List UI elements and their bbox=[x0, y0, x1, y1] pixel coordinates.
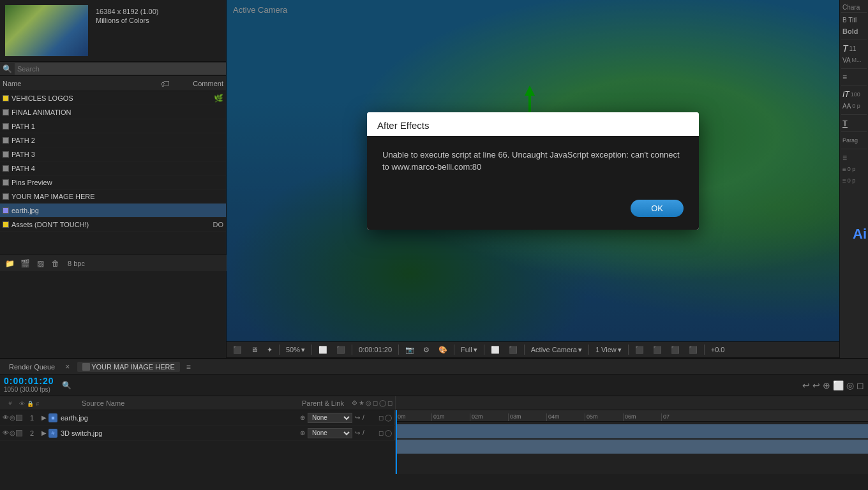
vt-icon-export2[interactable]: ⬛ bbox=[650, 346, 664, 354]
vt-icon-screen[interactable]: 🖥 bbox=[248, 346, 260, 353]
list-item[interactable]: PATH 4 bbox=[0, 161, 226, 175]
item-label: PATH 2 bbox=[11, 137, 223, 144]
zoom-control[interactable]: 50% ▾ bbox=[283, 346, 308, 354]
lock-box-2[interactable] bbox=[16, 430, 22, 436]
vt-icon-box4[interactable]: ⬛ bbox=[506, 346, 520, 354]
quality-control[interactable]: Full ▾ bbox=[458, 346, 480, 354]
zoom-value: 50% bbox=[286, 346, 300, 353]
tag-icon: 🏷 bbox=[161, 78, 170, 89]
vt-icon-box3[interactable]: ⬜ bbox=[488, 346, 502, 354]
char-para-label: Parag bbox=[842, 137, 858, 144]
dialog-actions: OK bbox=[367, 200, 699, 230]
tl-search-icon[interactable]: 🔍 bbox=[62, 381, 71, 390]
table-row[interactable]: 👁 ◎ 2 ▶ # 3D switch.jpg ⊕ bbox=[0, 426, 395, 441]
new-folder-icon[interactable]: 📁 bbox=[4, 258, 15, 269]
layer-expand-1[interactable]: ▶ bbox=[41, 414, 47, 421]
timecode-display[interactable]: 0:00:01:20 bbox=[356, 346, 394, 353]
char-b-title-label: B Titl bbox=[842, 17, 857, 24]
tl-icon-solo[interactable]: ↩ bbox=[802, 380, 810, 390]
ruler-0m: 0m bbox=[396, 413, 431, 421]
fx-icon-1: ⚙ bbox=[352, 399, 357, 406]
search-icon: 🔍 bbox=[0, 64, 15, 73]
eye-icon-1[interactable]: 👁 bbox=[3, 414, 9, 421]
char-row-para: Parag bbox=[841, 135, 867, 146]
views-control[interactable]: 1 View ▾ bbox=[593, 346, 624, 354]
bpc-label: 8 bpc bbox=[68, 260, 85, 267]
footage-preview bbox=[5, 5, 88, 56]
list-item[interactable]: Pins Preview bbox=[0, 175, 226, 189]
close-comp-tab[interactable]: × bbox=[65, 362, 70, 371]
col-comment-label: Comment bbox=[172, 80, 223, 87]
solo-icon-1[interactable]: ◎ bbox=[10, 414, 15, 421]
preview-image bbox=[5, 5, 88, 56]
layer-fx-2: ◻ ◯ bbox=[378, 429, 392, 436]
switches-header: # 👁 🔒 # bbox=[3, 399, 79, 407]
char-align2-icon: ≡ bbox=[842, 153, 847, 162]
tab-comp[interactable]: YOUR MAP IMAGE HERE bbox=[77, 362, 180, 372]
item-label: earth.jpg bbox=[11, 207, 223, 214]
list-item[interactable]: PATH 1 bbox=[0, 119, 226, 133]
layer-expand-2[interactable]: ▶ bbox=[41, 429, 47, 436]
list-item[interactable]: YOUR MAP IMAGE HERE bbox=[0, 189, 226, 204]
tl-icon-addmarker[interactable]: ⊕ bbox=[823, 380, 830, 390]
vt-sep-7 bbox=[524, 345, 525, 355]
vt-icon-export3[interactable]: ⬛ bbox=[668, 346, 682, 354]
item-color bbox=[3, 193, 9, 200]
item-color bbox=[3, 207, 9, 214]
vt-icon-export4[interactable]: ⬛ bbox=[686, 346, 700, 354]
search-bar: 🔍 bbox=[0, 62, 226, 76]
new-comp-icon[interactable]: 🎬 bbox=[19, 258, 31, 269]
tl-icon-shy[interactable]: ↩ bbox=[812, 380, 820, 390]
vt-icon-export1[interactable]: ⬛ bbox=[632, 346, 647, 354]
char-row-aa: AA 0 p bbox=[841, 100, 867, 112]
list-item[interactable]: PATH 3 bbox=[0, 147, 226, 161]
list-item[interactable]: VEHICLES LOGOS 🌿 bbox=[0, 91, 226, 105]
timeline-playhead bbox=[396, 410, 397, 474]
layer-left-2: 👁 ◎ 2 ▶ # 3D switch.jpg ⊕ bbox=[0, 426, 395, 440]
layer-name-1[interactable]: earth.jpg bbox=[61, 414, 298, 422]
project-toolbar: 📁 🎬 ▨ 🗑 8 bpc bbox=[0, 255, 227, 271]
vt-icon-star[interactable]: ✦ bbox=[264, 346, 275, 354]
char-it-val: 100 bbox=[851, 91, 860, 98]
vt-icon-box1[interactable]: ⬜ bbox=[316, 346, 330, 354]
views-dropdown-icon: ▾ bbox=[618, 346, 622, 354]
list-item[interactable]: Assets (DON'T TOUCH!) DO bbox=[0, 218, 226, 232]
solo-icon-2[interactable]: ◎ bbox=[10, 429, 15, 436]
fx-1-1: ◻ bbox=[378, 414, 384, 421]
tl-icon-circle[interactable]: ◎ bbox=[846, 380, 854, 390]
parent-select-2[interactable]: None bbox=[308, 428, 352, 438]
new-solid-icon[interactable]: ▨ bbox=[34, 258, 46, 269]
camera-control[interactable]: Active Camera ▾ bbox=[528, 346, 585, 354]
tl-icon-frame[interactable]: ⬜ bbox=[833, 380, 844, 390]
vt-icon-box2[interactable]: ⬛ bbox=[334, 346, 348, 354]
ruler-2m: 02m bbox=[470, 413, 508, 421]
vt-icon-camera[interactable]: 📷 bbox=[403, 346, 417, 354]
delete-icon[interactable]: 🗑 bbox=[50, 258, 61, 269]
search-input[interactable] bbox=[15, 63, 226, 75]
tl-icon-square[interactable]: ◻ bbox=[857, 380, 864, 390]
layer-name-2[interactable]: 3D switch.jpg bbox=[61, 429, 298, 437]
table-row[interactable]: 👁 ◎ 1 ▶ ■ earth.jpg ⊕ Non bbox=[0, 410, 395, 426]
exposure-control[interactable]: +0.0 bbox=[708, 346, 728, 353]
vt-icon-color[interactable]: 🎨 bbox=[436, 346, 450, 354]
layer-num-2: 2 bbox=[24, 429, 40, 437]
tab-render-queue[interactable]: Render Queue bbox=[4, 362, 60, 372]
eye-icon-2[interactable]: 👁 bbox=[3, 429, 9, 436]
file-info: 16384 x 8192 (1.00) Millions of Colors bbox=[91, 3, 163, 59]
lock-box-1[interactable] bbox=[16, 415, 22, 421]
fx-icon-5: ◯ bbox=[379, 399, 386, 406]
timeline-menu-icon[interactable]: ≡ bbox=[186, 362, 191, 371]
parent-select-1[interactable]: None bbox=[308, 413, 352, 423]
ok-button[interactable]: OK bbox=[631, 200, 684, 217]
list-item[interactable]: PATH 2 bbox=[0, 133, 226, 147]
layer-columns-header: # 👁 🔒 # Source Name Parent & Link ⚙ ★ ◎ … bbox=[0, 396, 868, 410]
timecode-value: 0:00:01:20 bbox=[359, 346, 392, 353]
parent-icon-2: ⊕ bbox=[300, 429, 305, 436]
list-item[interactable]: FINAL ANIMATION bbox=[0, 105, 226, 119]
vt-icon-gear[interactable]: ⚙ bbox=[421, 346, 432, 354]
list-item-selected[interactable]: earth.jpg bbox=[0, 204, 226, 218]
vt-icon-grid[interactable]: ⬛ bbox=[230, 346, 244, 354]
char-margin-val: 0 p bbox=[848, 166, 856, 172]
char-margin-icon: ≡ bbox=[842, 166, 846, 173]
current-time[interactable]: 0:00:01:20 bbox=[4, 376, 54, 386]
